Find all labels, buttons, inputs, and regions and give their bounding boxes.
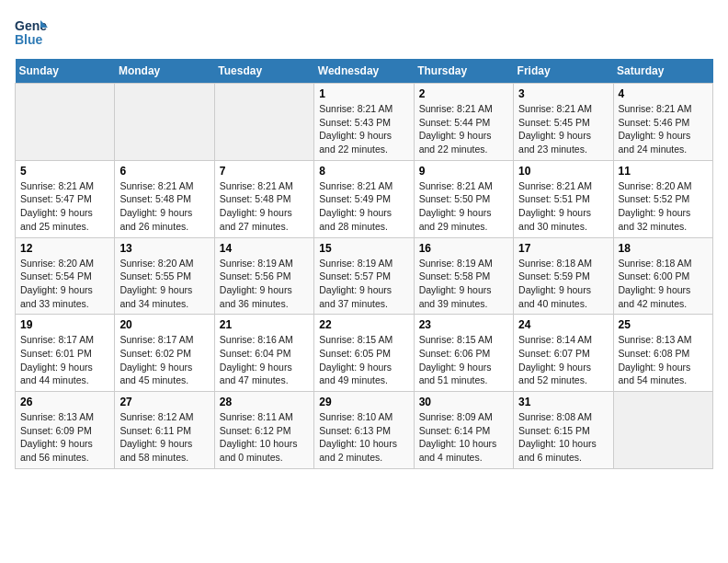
day-cell: 9Sunrise: 8:21 AMSunset: 5:50 PMDaylight…	[414, 160, 513, 237]
day-detail: Sunrise: 8:17 AMSunset: 6:01 PMDaylight:…	[20, 333, 109, 387]
day-number: 26	[20, 396, 109, 408]
day-number: 12	[20, 242, 109, 255]
day-detail: Sunrise: 8:12 AMSunset: 6:11 PMDaylight:…	[119, 410, 209, 465]
day-cell: 23Sunrise: 8:15 AMSunset: 6:06 PMDayligh…	[414, 315, 513, 392]
header-tuesday: Tuesday	[214, 59, 313, 84]
day-detail: Sunrise: 8:15 AMSunset: 6:06 PMDaylight:…	[419, 333, 508, 387]
day-cell: 18Sunrise: 8:18 AMSunset: 6:00 PMDayligh…	[613, 237, 712, 315]
day-number: 15	[319, 242, 408, 255]
day-cell: 21Sunrise: 8:16 AMSunset: 6:04 PMDayligh…	[214, 315, 313, 392]
day-number: 13	[119, 242, 209, 255]
day-detail: Sunrise: 8:21 AMSunset: 5:50 PMDaylight:…	[419, 179, 508, 234]
week-row-0: 1Sunrise: 8:21 AMSunset: 5:43 PMDaylight…	[16, 84, 713, 161]
day-cell: 4Sunrise: 8:21 AMSunset: 5:46 PMDaylight…	[613, 84, 712, 161]
day-number: 20	[119, 318, 209, 331]
day-number: 3	[518, 87, 608, 100]
calendar-table: SundayMondayTuesdayWednesdayThursdayFrid…	[15, 59, 713, 469]
day-number: 7	[220, 165, 309, 178]
day-number: 30	[419, 396, 508, 408]
day-detail: Sunrise: 8:16 AMSunset: 6:04 PMDaylight:…	[220, 333, 309, 387]
day-number: 9	[419, 165, 508, 178]
day-detail: Sunrise: 8:11 AMSunset: 6:12 PMDaylight:…	[220, 410, 309, 465]
day-cell	[115, 84, 214, 161]
day-detail: Sunrise: 8:10 AMSunset: 6:13 PMDaylight:…	[319, 410, 408, 465]
day-cell	[613, 392, 712, 469]
day-detail: Sunrise: 8:18 AMSunset: 6:00 PMDaylight:…	[619, 257, 708, 311]
day-number: 28	[220, 396, 309, 408]
day-detail: Sunrise: 8:14 AMSunset: 6:07 PMDaylight:…	[518, 333, 608, 387]
day-detail: Sunrise: 8:09 AMSunset: 6:14 PMDaylight:…	[419, 410, 508, 465]
day-cell: 22Sunrise: 8:15 AMSunset: 6:05 PMDayligh…	[314, 315, 414, 392]
day-number: 19	[20, 318, 109, 331]
day-number: 29	[319, 396, 408, 408]
day-number: 24	[518, 318, 608, 331]
day-detail: Sunrise: 8:08 AMSunset: 6:15 PMDaylight:…	[518, 410, 608, 465]
day-detail: Sunrise: 8:21 AMSunset: 5:48 PMDaylight:…	[220, 179, 309, 234]
day-detail: Sunrise: 8:13 AMSunset: 6:08 PMDaylight:…	[619, 333, 708, 387]
day-cell: 14Sunrise: 8:19 AMSunset: 5:56 PMDayligh…	[214, 237, 313, 315]
day-cell: 5Sunrise: 8:21 AMSunset: 5:47 PMDaylight…	[16, 160, 115, 237]
week-row-1: 5Sunrise: 8:21 AMSunset: 5:47 PMDaylight…	[16, 160, 713, 237]
day-detail: Sunrise: 8:21 AMSunset: 5:43 PMDaylight:…	[319, 102, 408, 156]
day-detail: Sunrise: 8:19 AMSunset: 5:58 PMDaylight:…	[419, 257, 508, 311]
day-cell: 17Sunrise: 8:18 AMSunset: 5:59 PMDayligh…	[514, 237, 613, 315]
day-cell: 29Sunrise: 8:10 AMSunset: 6:13 PMDayligh…	[314, 392, 414, 469]
day-cell: 26Sunrise: 8:13 AMSunset: 6:09 PMDayligh…	[16, 392, 115, 469]
day-number: 16	[419, 242, 508, 255]
day-detail: Sunrise: 8:21 AMSunset: 5:45 PMDaylight:…	[518, 102, 608, 156]
day-number: 1	[319, 87, 408, 100]
header-row: SundayMondayTuesdayWednesdayThursdayFrid…	[16, 59, 713, 84]
day-detail: Sunrise: 8:21 AMSunset: 5:49 PMDaylight:…	[319, 179, 408, 234]
day-number: 22	[319, 318, 408, 331]
day-detail: Sunrise: 8:20 AMSunset: 5:54 PMDaylight:…	[20, 257, 109, 311]
day-detail: Sunrise: 8:18 AMSunset: 5:59 PMDaylight:…	[518, 257, 608, 311]
day-number: 18	[619, 242, 708, 255]
day-detail: Sunrise: 8:19 AMSunset: 5:57 PMDaylight:…	[319, 257, 408, 311]
day-number: 23	[419, 318, 508, 331]
day-cell: 1Sunrise: 8:21 AMSunset: 5:43 PMDaylight…	[314, 84, 414, 161]
day-cell: 2Sunrise: 8:21 AMSunset: 5:44 PMDaylight…	[414, 84, 513, 161]
day-cell: 20Sunrise: 8:17 AMSunset: 6:02 PMDayligh…	[115, 315, 214, 392]
header-saturday: Saturday	[613, 59, 712, 84]
day-cell: 19Sunrise: 8:17 AMSunset: 6:01 PMDayligh…	[16, 315, 115, 392]
day-cell: 12Sunrise: 8:20 AMSunset: 5:54 PMDayligh…	[16, 237, 115, 315]
day-cell: 27Sunrise: 8:12 AMSunset: 6:11 PMDayligh…	[115, 392, 214, 469]
day-detail: Sunrise: 8:21 AMSunset: 5:47 PMDaylight:…	[20, 179, 109, 234]
day-detail: Sunrise: 8:21 AMSunset: 5:44 PMDaylight:…	[419, 102, 508, 156]
week-row-4: 26Sunrise: 8:13 AMSunset: 6:09 PMDayligh…	[16, 392, 713, 469]
day-number: 17	[518, 242, 608, 255]
header-wednesday: Wednesday	[314, 59, 414, 84]
header-friday: Friday	[514, 59, 613, 84]
page-header: GeneralBlue	[15, 15, 713, 48]
day-number: 5	[20, 165, 109, 178]
logo: GeneralBlue	[15, 15, 48, 48]
day-number: 2	[419, 87, 508, 100]
day-number: 31	[518, 396, 608, 408]
day-cell: 6Sunrise: 8:21 AMSunset: 5:48 PMDaylight…	[115, 160, 214, 237]
day-number: 14	[220, 242, 309, 255]
day-cell: 25Sunrise: 8:13 AMSunset: 6:08 PMDayligh…	[613, 315, 712, 392]
day-detail: Sunrise: 8:21 AMSunset: 5:51 PMDaylight:…	[518, 179, 608, 234]
header-sunday: Sunday	[16, 59, 115, 84]
day-number: 8	[319, 165, 408, 178]
svg-text:Blue: Blue	[15, 32, 43, 47]
day-number: 25	[619, 318, 708, 331]
day-detail: Sunrise: 8:21 AMSunset: 5:48 PMDaylight:…	[119, 179, 209, 234]
day-number: 27	[119, 396, 209, 408]
day-cell: 13Sunrise: 8:20 AMSunset: 5:55 PMDayligh…	[115, 237, 214, 315]
day-number: 21	[220, 318, 309, 331]
day-detail: Sunrise: 8:13 AMSunset: 6:09 PMDaylight:…	[20, 410, 109, 465]
day-number: 10	[518, 165, 608, 178]
day-detail: Sunrise: 8:15 AMSunset: 6:05 PMDaylight:…	[319, 333, 408, 387]
day-cell: 11Sunrise: 8:20 AMSunset: 5:52 PMDayligh…	[613, 160, 712, 237]
week-row-2: 12Sunrise: 8:20 AMSunset: 5:54 PMDayligh…	[16, 237, 713, 315]
day-cell	[16, 84, 115, 161]
header-thursday: Thursday	[414, 59, 513, 84]
day-cell: 8Sunrise: 8:21 AMSunset: 5:49 PMDaylight…	[314, 160, 414, 237]
day-cell: 31Sunrise: 8:08 AMSunset: 6:15 PMDayligh…	[514, 392, 613, 469]
day-cell: 3Sunrise: 8:21 AMSunset: 5:45 PMDaylight…	[514, 84, 613, 161]
day-number: 11	[619, 165, 708, 178]
week-row-3: 19Sunrise: 8:17 AMSunset: 6:01 PMDayligh…	[16, 315, 713, 392]
day-cell: 15Sunrise: 8:19 AMSunset: 5:57 PMDayligh…	[314, 237, 414, 315]
day-detail: Sunrise: 8:21 AMSunset: 5:46 PMDaylight:…	[619, 102, 708, 156]
